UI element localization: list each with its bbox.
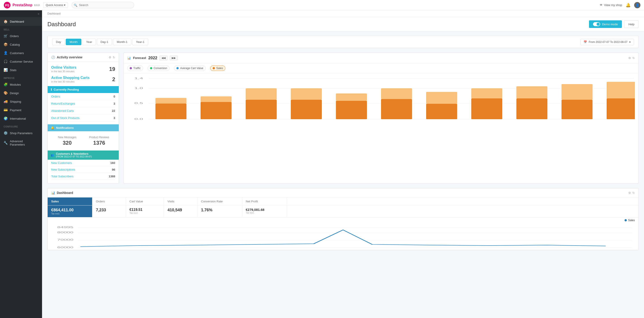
sidebar-collapse-button[interactable]: «	[0, 10, 42, 17]
sidebar-item-dashboard[interactable]: 🏠 Dashboard	[0, 17, 42, 26]
demo-mode-button[interactable]: Demo mode	[589, 20, 622, 28]
sidebar-item-international[interactable]: 🌍 International	[0, 114, 42, 123]
total-subscribers-row: Total Subscribers 1388	[51, 173, 115, 180]
tab-year[interactable]: Year	[82, 39, 96, 45]
online-visitors-label: Online Visitors	[51, 66, 76, 70]
clock-icon: 🕐	[51, 56, 55, 59]
sidebar-catalog-label: Catalog	[10, 43, 20, 46]
refresh-icon-2[interactable]: ↻	[632, 191, 635, 194]
tab-year-minus-1[interactable]: Year-1	[132, 39, 148, 45]
breadcrumb: Dashboard	[42, 10, 644, 17]
notifications-grid: New Messages 320 Product Reviews 1376	[51, 131, 115, 150]
pending-carts-link[interactable]: Abandoned Carts	[51, 109, 74, 112]
line-chart-container: 84995 80000 70000 60000	[48, 223, 638, 250]
total-subscribers-link[interactable]: Total Subscribers	[51, 175, 74, 178]
sidebar-dashboard-label: Dashboard	[10, 20, 24, 23]
tab-month[interactable]: Month	[66, 39, 82, 45]
new-subscriptions-link[interactable]: New Subscriptions	[51, 168, 75, 171]
sidebar-item-customer-service[interactable]: 🎧 Customer Service	[0, 57, 42, 66]
legend-cart-value[interactable]: Average Cart Value	[174, 66, 206, 71]
new-messages-item: New Messages 320	[51, 134, 83, 148]
forecast-year: 2022	[148, 56, 157, 60]
pending-orders: Orders 0	[51, 93, 115, 100]
quick-access-button[interactable]: Quick Access ▾	[43, 2, 68, 8]
active-carts-stat: Active Shopping Carts in the last 30 min…	[51, 76, 115, 83]
tab-day-minus-1[interactable]: Day-1	[97, 39, 112, 45]
sales-tax-label: Tax excl.	[51, 212, 88, 215]
sales-label: Sales	[216, 67, 223, 70]
design-icon: 🎨	[4, 91, 8, 95]
svg-rect-21	[381, 88, 412, 99]
sidebar-shop-parameters-label: Shop Parameters	[10, 132, 32, 135]
refresh-icon[interactable]: ↻	[113, 56, 115, 59]
help-label: Help	[628, 22, 634, 26]
forecast-prev-button[interactable]: ◀◀	[160, 56, 168, 60]
sidebar-item-shipping[interactable]: 🚚 Shipping	[0, 97, 42, 106]
orders-icon: 🛒	[4, 34, 8, 38]
sidebar-item-payment[interactable]: 💳 Payment	[0, 106, 42, 114]
bell-icon: 🔔	[51, 126, 54, 130]
dashboard-panel-title: 📊 Dashboard	[51, 191, 73, 194]
sidebar-item-stats[interactable]: 📊 Stats	[0, 66, 42, 74]
activity-panel-actions[interactable]: ⚙ ↻	[109, 56, 115, 59]
demo-toggle-switch	[593, 22, 600, 26]
legend-traffic[interactable]: Traffic	[127, 66, 143, 71]
settings-icon[interactable]: ⚙	[628, 56, 631, 60]
sidebar-item-orders[interactable]: 🛒 Orders	[0, 32, 42, 40]
sidebar-item-advanced-parameters[interactable]: 🔧 Advanced Parameters	[0, 137, 42, 148]
settings-icon[interactable]: ⚙	[109, 56, 111, 59]
pending-orders-link[interactable]: Orders	[51, 95, 60, 98]
svg-text:0.0: 0.0	[134, 118, 143, 120]
svg-rect-19	[336, 94, 367, 101]
modules-icon: 🧩	[4, 82, 8, 86]
view-shop-link[interactable]: 👁 View my shop	[600, 3, 622, 7]
legend-conversion[interactable]: Conversion	[148, 66, 170, 71]
sidebar-section-sell: SELL	[0, 26, 42, 32]
dashboard-icon: 🏠	[4, 20, 8, 24]
active-carts-row: Active Shopping Carts in the last 30 min…	[51, 76, 115, 83]
notifications-icon[interactable]: 🔔	[626, 3, 630, 8]
sidebar-item-shop-parameters[interactable]: ⚙️ Shop Parameters	[0, 129, 42, 137]
sidebar-advanced-parameters-label: Advanced Parameters	[10, 140, 38, 146]
forecast-next-button[interactable]: ▶▶	[170, 56, 178, 60]
app-body: « 🏠 Dashboard SELL 🛒 Orders 📦 Catalog 👤 …	[0, 10, 644, 318]
new-customers-link[interactable]: New Customers	[51, 161, 72, 164]
payment-icon: 💳	[4, 108, 8, 112]
sidebar-item-catalog[interactable]: 📦 Catalog	[0, 40, 42, 49]
sidebar-item-design[interactable]: 🎨 Design	[0, 89, 42, 97]
sales-legend-dot	[624, 219, 627, 222]
new-messages-label: New Messages	[53, 136, 82, 139]
svg-rect-20	[381, 99, 412, 119]
search-input[interactable]	[72, 2, 134, 8]
online-visitors-row: Online Visitors in the last 30 minutes 1…	[51, 66, 115, 73]
user-avatar[interactable]: 👤	[634, 2, 640, 8]
help-button[interactable]: Help	[624, 20, 639, 28]
sidebar-item-modules[interactable]: 🧩 Modules	[0, 80, 42, 89]
pending-returns-link[interactable]: Return/Exchanges	[51, 102, 75, 105]
tab-month-minus-1[interactable]: Month-1	[113, 39, 131, 45]
svg-rect-15	[246, 88, 277, 100]
date-range-button[interactable]: 📅 From 2022-07-07 To 2022-08-07 ▾	[580, 39, 634, 45]
conversion-label: Conversion	[154, 67, 167, 70]
tab-day[interactable]: Day	[52, 39, 65, 45]
settings-icon-2[interactable]: ⚙	[628, 191, 631, 194]
dashboard-panel-actions[interactable]: ⚙ ↻	[628, 191, 635, 194]
col-conversion-rate: Conversion Rate	[198, 198, 242, 205]
legend-sales[interactable]: Sales	[210, 66, 226, 71]
forecast-panel-header: 📊 Forecast 2022 ◀◀ ▶▶ ⚙ ↻	[124, 53, 638, 63]
sidebar-item-customers[interactable]: 👤 Customers	[0, 49, 42, 57]
new-messages-value: 320	[53, 140, 82, 146]
visits-value-cell: 410,549	[164, 206, 198, 217]
pending-carts: Abandoned Carts 22	[51, 107, 115, 114]
users-icon: 👥	[51, 154, 54, 157]
svg-rect-29	[562, 84, 592, 100]
demo-mode-label: Demo mode	[602, 22, 618, 26]
svg-text:PS: PS	[5, 4, 10, 7]
pending-stock-link[interactable]: Out of Stock Products	[51, 116, 80, 120]
sales-value-cell: €864,411.00 Tax excl.	[48, 206, 92, 217]
forecast-panel-actions[interactable]: ⚙ ↻	[628, 56, 635, 60]
international-icon: 🌍	[4, 116, 8, 120]
col-orders: Orders	[92, 198, 126, 205]
brand-logo: PS PrestaShop 8.0.0	[4, 2, 40, 9]
refresh-icon[interactable]: ↻	[632, 56, 635, 60]
